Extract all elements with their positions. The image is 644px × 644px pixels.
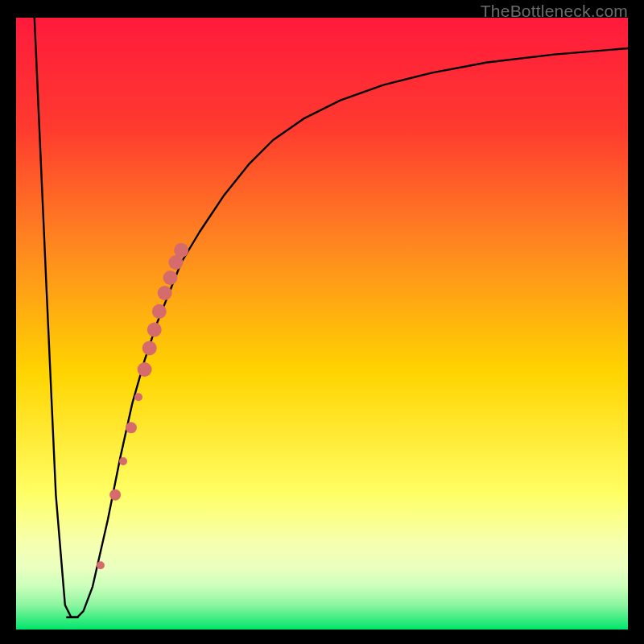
data-marker [109,489,121,501]
data-marker [126,422,137,433]
bottleneck-curve [16,18,628,630]
data-marker [142,341,157,355]
data-marker [152,304,167,319]
curve-path [35,18,628,617]
frame: TheBottleneck.com [0,0,644,644]
data-marker [97,561,105,569]
data-marker [134,393,142,401]
data-marker [119,457,127,465]
data-marker [138,362,152,377]
data-marker [147,323,162,337]
data-marker [158,286,172,300]
watermark-text: TheBottleneck.com [481,2,628,21]
data-marker [174,243,188,258]
plot-area [16,18,628,630]
marker-group [97,243,188,569]
data-marker [163,270,178,285]
